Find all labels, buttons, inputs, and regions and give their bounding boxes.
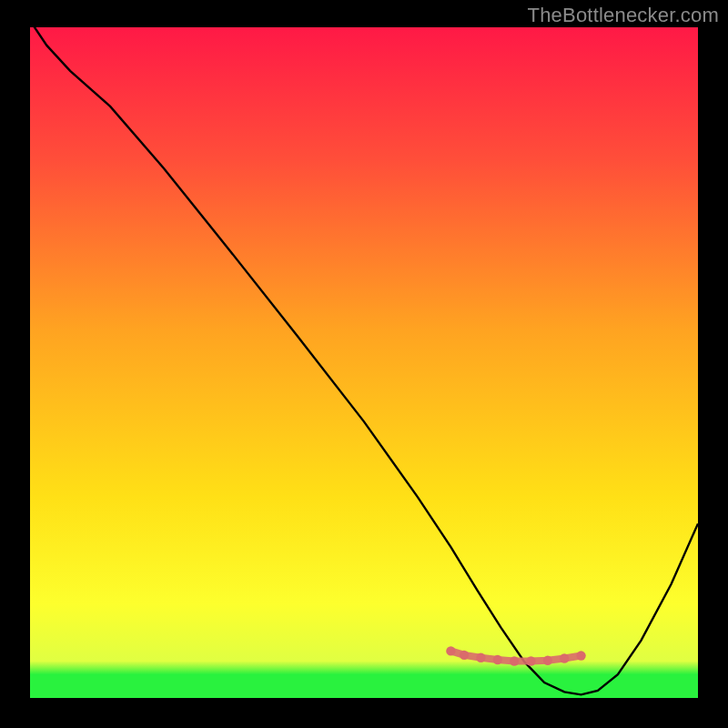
gradient-background [30, 27, 698, 698]
chart-svg [0, 0, 728, 728]
watermark-text: TheBottlenecker.com [528, 4, 719, 27]
bottleneck-chart: TheBottlenecker.com [0, 0, 728, 728]
green-band [30, 674, 698, 698]
